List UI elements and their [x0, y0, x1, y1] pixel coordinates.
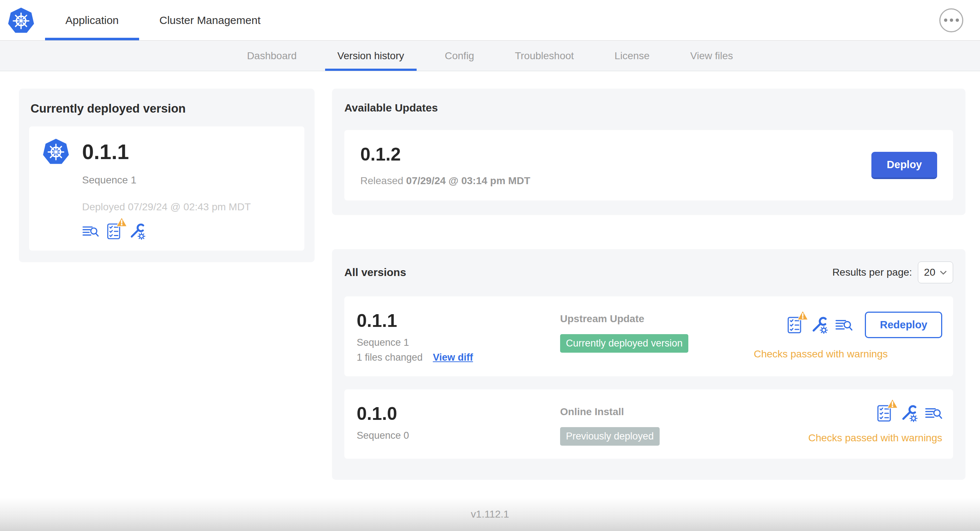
preflight-checks-icon-wrap[interactable]	[875, 405, 893, 422]
subnav-tab-config-label: Config	[445, 50, 474, 62]
diff-icon[interactable]	[835, 316, 853, 334]
subnav-tab-license-label: License	[614, 50, 650, 62]
preflight-checks-icon-wrap[interactable]	[105, 223, 122, 240]
app-footer: v1.112.1	[0, 498, 980, 531]
row-version-number: 0.1.0	[357, 403, 560, 424]
subnav-tab-view-files[interactable]: View files	[670, 41, 753, 71]
diff-icon[interactable]	[925, 405, 942, 422]
ellipsis-dot	[944, 19, 947, 22]
main-content: Currently deployed version 0.1.1 Sequenc…	[0, 71, 980, 498]
results-per-page-label: Results per page:	[832, 267, 912, 278]
current-version-icons	[82, 223, 291, 240]
deploy-button[interactable]: Deploy	[872, 152, 937, 179]
view-diff-link[interactable]: View diff	[433, 352, 473, 363]
released-date: 07/29/24 @ 03:14 pm MDT	[406, 175, 530, 186]
update-released-timestamp: Released 07/29/24 @ 03:14 pm MDT	[360, 175, 530, 187]
app-subnav: Dashboard Version history Config Trouble…	[0, 41, 980, 71]
tab-cluster-management-label: Cluster Management	[159, 14, 261, 27]
subnav-tab-dashboard-label: Dashboard	[247, 50, 297, 62]
results-per-page: Results per page: 20	[832, 261, 953, 283]
all-versions-card: All versions Results per page: 20 0.1.1 …	[332, 249, 966, 480]
subnav-tab-view-files-label: View files	[690, 50, 733, 62]
status-badge-previously-deployed: Previously deployed	[560, 427, 660, 446]
kubernetes-logo	[7, 6, 35, 35]
row-source-label: Online Install	[560, 406, 808, 418]
ellipsis-dot	[950, 19, 953, 22]
subnav-tab-troubleshoot-label: Troubleshoot	[515, 50, 574, 62]
version-row-0-1-1: 0.1.1 Sequence 1 1 files changed View di…	[344, 296, 953, 376]
row-version-number: 0.1.1	[357, 310, 560, 331]
status-badge-currently-deployed: Currently deployed version	[560, 334, 688, 353]
current-version-sequence: Sequence 1	[82, 174, 291, 186]
currently-deployed-card: Currently deployed version 0.1.1 Sequenc…	[19, 89, 315, 262]
subnav-tab-license[interactable]: License	[594, 41, 670, 71]
config-icon[interactable]	[810, 316, 828, 334]
config-icon[interactable]	[129, 223, 145, 240]
row-sequence: Sequence 0	[357, 430, 560, 441]
current-version-number: 0.1.1	[82, 140, 129, 164]
all-versions-title: All versions	[344, 266, 406, 278]
ellipsis-menu-icon[interactable]	[939, 8, 963, 32]
version-row-0-1-0: 0.1.0 Sequence 0 Online Install Previous…	[344, 390, 953, 459]
config-icon[interactable]	[900, 405, 918, 422]
released-label: Released	[360, 175, 403, 186]
redeploy-button[interactable]: Redeploy	[865, 312, 942, 338]
app-header: Application Cluster Management	[0, 0, 980, 41]
chevron-down-icon	[940, 270, 947, 275]
currently-deployed-title: Currently deployed version	[30, 102, 303, 116]
header-right	[939, 0, 980, 40]
kubernetes-app-icon	[42, 137, 70, 165]
tab-application[interactable]: Application	[45, 0, 139, 40]
diff-icon[interactable]	[82, 223, 99, 240]
checks-status-text: Checks passed with warnings	[808, 432, 942, 444]
subnav-tab-version-history-label: Version history	[337, 50, 404, 62]
currently-deployed-inner-card: 0.1.1 Sequence 1 Deployed 07/29/24 @ 02:…	[29, 126, 304, 251]
subnav-tab-dashboard[interactable]: Dashboard	[227, 41, 317, 71]
results-per-page-select[interactable]: 20	[918, 261, 953, 283]
preflight-checks-icon-wrap[interactable]	[786, 316, 803, 334]
ellipsis-dot	[956, 19, 959, 22]
warning-triangle-icon	[887, 398, 898, 409]
update-version-number: 0.1.2	[360, 144, 530, 165]
tab-application-label: Application	[65, 14, 119, 27]
row-source-label: Upstream Update	[560, 313, 754, 325]
available-update-row: 0.1.2 Released 07/29/24 @ 03:14 pm MDT D…	[344, 130, 953, 200]
results-per-page-value: 20	[924, 267, 935, 278]
warning-triangle-icon	[116, 217, 127, 227]
available-updates-card: Available Updates 0.1.2 Released 07/29/2…	[332, 89, 966, 215]
subnav-tab-version-history[interactable]: Version history	[317, 41, 425, 71]
checks-status-text: Checks passed with warnings	[754, 348, 888, 360]
tab-cluster-management[interactable]: Cluster Management	[139, 0, 281, 40]
subnav-tab-troubleshoot[interactable]: Troubleshoot	[494, 41, 594, 71]
available-updates-title: Available Updates	[344, 102, 953, 114]
subnav-tab-config[interactable]: Config	[425, 41, 495, 71]
warning-triangle-icon	[797, 310, 808, 321]
row-files-changed: 1 files changed	[357, 352, 423, 363]
logo-container	[0, 0, 45, 40]
right-column: Available Updates 0.1.2 Released 07/29/2…	[332, 89, 966, 480]
console-version: v1.112.1	[471, 509, 509, 520]
current-version-deployed-timestamp: Deployed 07/29/24 @ 02:43 pm MDT	[82, 201, 291, 213]
row-sequence: Sequence 1	[357, 337, 560, 348]
